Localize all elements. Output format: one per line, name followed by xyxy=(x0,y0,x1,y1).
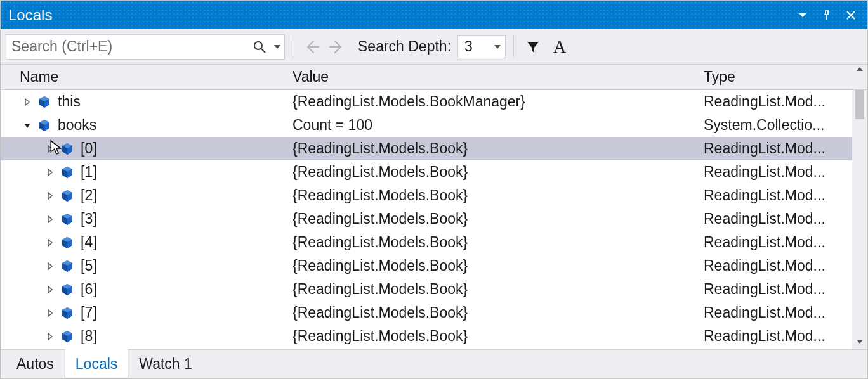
column-header-value[interactable]: Value xyxy=(284,68,695,86)
variable-name: this xyxy=(58,93,81,110)
variable-name: [4] xyxy=(81,234,97,251)
search-options-dropdown[interactable] xyxy=(270,35,284,59)
variable-type: ReadingList.Mod... xyxy=(695,207,852,231)
variable-type: ReadingList.Mod... xyxy=(695,231,852,254)
search-icon[interactable] xyxy=(249,35,270,59)
variable-name: books xyxy=(58,117,96,134)
filter-button[interactable] xyxy=(522,35,544,58)
expand-toggle[interactable] xyxy=(44,307,56,319)
variable-name: [1] xyxy=(81,164,97,181)
window-menu-button[interactable] xyxy=(792,5,813,25)
titlebar: Locals xyxy=(1,1,867,29)
variable-row-child[interactable]: [2]{ReadingList.Models.Book}ReadingList.… xyxy=(1,184,852,207)
footer-tabs: AutosLocalsWatch 1 xyxy=(1,349,867,378)
variable-value: {ReadingList.Models.Book} xyxy=(284,301,695,324)
scrollbar-track[interactable] xyxy=(852,90,867,334)
scroll-down-button[interactable] xyxy=(855,334,864,349)
variable-type: ReadingList.Mod... xyxy=(695,278,852,301)
titlebar-grip[interactable] xyxy=(58,1,789,29)
variable-name: [0] xyxy=(81,140,97,157)
object-icon xyxy=(37,95,51,109)
search-depth-select[interactable]: 3 xyxy=(457,35,506,58)
locals-window: Locals xyxy=(0,0,868,379)
object-icon xyxy=(60,165,74,179)
footer-tab-watch-1[interactable]: Watch 1 xyxy=(128,350,203,378)
vertical-scrollbar[interactable] xyxy=(852,90,867,349)
variable-type: ReadingList.Mod... xyxy=(695,301,852,324)
search-depth-label: Search Depth: xyxy=(358,38,451,55)
variable-row-child[interactable]: [5]{ReadingList.Models.Book}ReadingList.… xyxy=(1,254,852,278)
variable-name: [7] xyxy=(81,304,97,321)
variable-row[interactable]: booksCount = 100System.Collectio... xyxy=(1,113,852,137)
variable-row-child[interactable]: [0]{ReadingList.Models.Book}ReadingList.… xyxy=(1,137,852,160)
expand-toggle[interactable] xyxy=(21,119,34,132)
variable-value: {ReadingList.Models.Book} xyxy=(284,278,695,301)
rows-container: this{ReadingList.Models.BookManager}Read… xyxy=(1,90,852,349)
nav-back-button[interactable] xyxy=(301,36,322,58)
text-style-button[interactable]: A xyxy=(548,35,571,58)
expand-toggle[interactable] xyxy=(44,260,56,273)
column-header-type[interactable]: Type xyxy=(695,68,852,86)
toolbar: Search Depth: 3 A xyxy=(1,29,867,65)
variable-type: ReadingList.Mod... xyxy=(695,137,852,160)
expand-toggle[interactable] xyxy=(44,143,56,155)
variable-type: ReadingList.Mod... xyxy=(695,254,852,278)
footer-tab-locals[interactable]: Locals xyxy=(65,349,128,378)
variable-row[interactable]: this{ReadingList.Models.BookManager}Read… xyxy=(1,90,852,113)
column-header-name[interactable]: Name xyxy=(11,68,284,86)
object-icon xyxy=(60,236,74,250)
variable-row-child[interactable]: [7]{ReadingList.Models.Book}ReadingList.… xyxy=(1,301,852,324)
variable-value: {ReadingList.Models.BookManager} xyxy=(284,90,695,113)
variable-value: {ReadingList.Models.Book} xyxy=(284,324,695,348)
expand-toggle[interactable] xyxy=(44,213,56,226)
variables-grid: this{ReadingList.Models.BookManager}Read… xyxy=(1,90,867,349)
variable-value: {ReadingList.Models.Book} xyxy=(284,254,695,278)
close-button[interactable] xyxy=(841,5,861,25)
variable-row-child[interactable]: [8]{ReadingList.Models.Book}ReadingList.… xyxy=(1,324,852,348)
variable-type: ReadingList.Mod... xyxy=(695,90,852,113)
object-icon xyxy=(60,142,74,156)
variable-value: Count = 100 xyxy=(284,113,695,137)
nav-forward-button[interactable] xyxy=(326,36,348,58)
expand-toggle[interactable] xyxy=(44,283,56,296)
expand-toggle[interactable] xyxy=(44,236,56,249)
column-headers: Name Value Type xyxy=(1,65,867,90)
variable-value: {ReadingList.Models.Book} xyxy=(284,137,695,160)
object-icon xyxy=(60,330,74,344)
object-icon xyxy=(60,283,74,297)
titlebar-title: Locals xyxy=(8,6,58,24)
variable-name: [2] xyxy=(81,187,97,204)
variable-name: [8] xyxy=(81,328,97,345)
variable-row-child[interactable]: [6]{ReadingList.Models.Book}ReadingList.… xyxy=(1,278,852,301)
separator xyxy=(513,36,514,58)
expand-toggle[interactable] xyxy=(44,166,56,179)
variable-value: {ReadingList.Models.Book} xyxy=(284,184,695,207)
variable-name: [5] xyxy=(81,257,97,274)
svg-point-0 xyxy=(254,42,262,49)
scroll-up-button[interactable] xyxy=(852,65,867,89)
search-box[interactable] xyxy=(6,34,285,60)
separator xyxy=(293,36,293,58)
pin-button[interactable] xyxy=(817,5,837,25)
variable-type: System.Collectio... xyxy=(695,113,852,137)
footer-tab-autos[interactable]: Autos xyxy=(6,350,65,378)
variable-name: [6] xyxy=(81,281,97,298)
variable-value: {ReadingList.Models.Book} xyxy=(284,160,695,184)
variable-row-child[interactable]: [3]{ReadingList.Models.Book}ReadingList.… xyxy=(1,207,852,231)
object-icon xyxy=(37,119,51,132)
search-input[interactable] xyxy=(6,37,249,56)
variable-value: {ReadingList.Models.Book} xyxy=(284,207,695,231)
variable-row-child[interactable]: [1]{ReadingList.Models.Book}ReadingList.… xyxy=(1,160,852,184)
expand-toggle[interactable] xyxy=(44,330,56,343)
chevron-down-icon xyxy=(494,43,501,51)
scrollbar-thumb[interactable] xyxy=(855,90,864,119)
object-icon xyxy=(60,189,74,203)
variable-name: [3] xyxy=(81,210,97,228)
search-depth-value: 3 xyxy=(464,38,494,55)
expand-toggle[interactable] xyxy=(21,96,34,108)
variable-row-child[interactable]: [4]{ReadingList.Models.Book}ReadingList.… xyxy=(1,231,852,254)
object-icon xyxy=(60,259,74,273)
object-icon xyxy=(60,306,74,320)
object-icon xyxy=(60,212,74,226)
expand-toggle[interactable] xyxy=(44,190,56,202)
